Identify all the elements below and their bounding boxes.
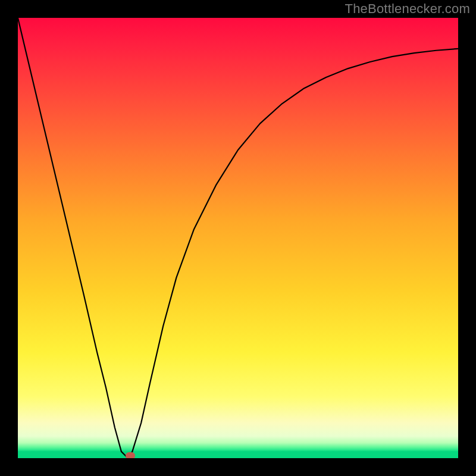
chart-frame: TheBottlenecker.com (0, 0, 476, 476)
optimum-marker (126, 452, 135, 458)
curve-path (18, 18, 458, 458)
attribution-text: TheBottlenecker.com (345, 1, 470, 17)
plot-area (18, 18, 458, 458)
bottleneck-curve (18, 18, 458, 458)
